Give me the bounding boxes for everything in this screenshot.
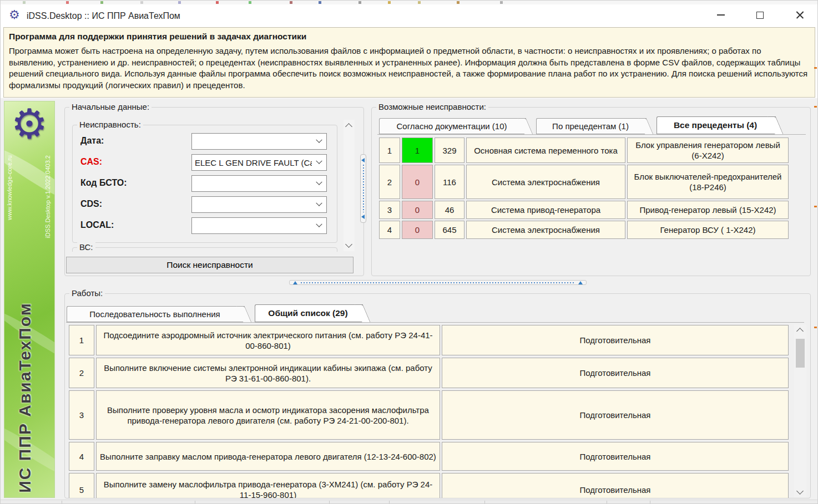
cell-code[interactable]: 116 [435,165,464,199]
maximize-button[interactable] [750,7,769,23]
scroll-up-icon[interactable] [796,328,804,335]
fault-search-button[interactable]: Поиск неисправности [66,257,354,273]
work-text[interactable]: Выполните включение системы электронной … [96,358,440,388]
bsto-combobox[interactable] [191,175,327,192]
cds-combobox[interactable] [191,196,327,213]
work-type[interactable]: Подготовительная [442,390,789,440]
chevron-down-icon[interactable] [312,202,326,207]
cell-score[interactable]: 1 [402,138,433,163]
works-group-label: Работы: [69,288,105,298]
desktop-peek-strip-bottom [1,500,818,504]
chevron-down-icon[interactable] [312,139,326,144]
splitter-dots [301,282,575,283]
work-num[interactable]: 3 [69,390,94,440]
work-type[interactable]: Подготовительная [442,442,789,471]
cell-system[interactable]: Система привод-генератора [466,201,625,219]
work-type[interactable]: Подготовительная [442,325,789,355]
cell-unit[interactable]: Привод-генератор левый (15-X242) [627,201,789,219]
cell-code[interactable]: 46 [435,201,464,219]
local-label: LOCAL: [80,220,114,230]
date-label: Дата: [80,136,104,146]
cell-num[interactable]: 4 [379,221,400,239]
cas-value: ELEC L GEN DRIVE FAULT (Ca [192,158,312,167]
tab-panel-border [377,134,806,135]
cell-system[interactable]: Основная система переменного тока [466,138,625,163]
scroll-up-icon[interactable] [345,123,352,130]
collapse-left-icon[interactable] [361,215,365,219]
cell-score[interactable]: 0 [402,201,433,219]
cell-code[interactable]: 329 [435,138,464,163]
maximize-icon [756,12,764,19]
work-type[interactable]: Подготовительная [442,473,789,498]
splitter-dots [363,165,364,212]
cell-code[interactable]: 645 [435,221,464,239]
app-window: ⚙ iDSS.Desktop :: ИС ППР АвиаТехПом Прог… [0,0,818,504]
sidebar-website: www.knowledge-core.ru [6,155,13,220]
tab-docs[interactable]: Согласно документации (10) [379,118,533,134]
main-area: ⚙ www.knowledge-core.ru iDSS.Desktop v.1… [1,98,818,500]
tab-by-precedents[interactable]: По прецедентам (1) [536,118,654,134]
cell-system[interactable]: Система электроснабжения [466,221,625,239]
initial-data-group-label: Начальные данные: [69,102,152,111]
sidebar-brand-panel: ⚙ www.knowledge-core.ru iDSS.Desktop v.1… [4,101,55,498]
scrollbar-thumb[interactable] [796,339,805,368]
work-text[interactable]: Выполните замену маслофильтра привода-ге… [96,473,440,498]
horizontal-splitter[interactable] [289,280,587,285]
field-row-bsto: Код БСТО: [77,175,334,192]
work-type[interactable]: Подготовительная [442,358,789,388]
collapse-left-icon[interactable] [361,158,365,162]
bc-group-label: ВС: [77,242,95,252]
cell-score[interactable]: 0 [402,165,433,199]
tab-panel-border [66,322,804,323]
chevron-down-icon[interactable] [312,181,326,186]
minimize-button[interactable] [711,7,730,23]
desktop-peek-strip-top [1,1,818,4]
vertical-splitter[interactable] [360,154,366,223]
cell-num[interactable]: 2 [379,165,400,199]
tab-full-list[interactable]: Общий список (29) [255,304,370,322]
cell-unit[interactable]: Генератор ВСУ ( 1-X242) [627,221,789,239]
cell-system[interactable]: Система электроснабжения [466,165,625,199]
cell-unit[interactable]: Блок выключателей-предохранителей (18-P2… [627,165,789,199]
collapse-up-icon[interactable] [293,281,297,284]
close-button[interactable] [790,7,809,23]
desktop-peek-strip-right [814,27,817,449]
app-gear-icon: ⚙ [9,9,20,21]
local-combobox[interactable] [191,217,327,234]
works-table: 1 Подсоедините аэродромный источник элек… [68,324,798,498]
cell-unit[interactable]: Блок управления генератором левый (6-X24… [627,138,789,163]
work-text[interactable]: Выполните заправку маслом привода-генера… [96,442,440,471]
faults-tabs: Согласно документации (10) По прецедента… [379,118,783,134]
cell-num[interactable]: 3 [379,201,400,219]
works-tabs: Последовательность выполнения Общий спис… [67,306,370,322]
tab-label: По прецедентам (1) [541,118,640,134]
work-num[interactable]: 1 [69,325,94,355]
chevron-down-icon[interactable] [312,223,326,228]
works-scrollbar[interactable] [794,324,806,498]
work-num[interactable]: 5 [69,473,94,498]
cell-score[interactable]: 0 [402,221,433,239]
work-num[interactable]: 2 [69,358,94,388]
sidebar-version: iDSS.Desktop v.1.2022.0403.2 [44,155,51,238]
cas-combobox[interactable]: ELEC L GEN DRIVE FAULT (Ca [191,154,327,171]
tab-label: Согласно документации (10) [383,118,520,134]
chevron-down-icon[interactable] [312,160,326,165]
fault-group: Неисправность: Дата: CAS: ELEC L GEN DRI… [72,125,337,243]
cas-label: CAS: [80,157,102,167]
scroll-down-icon[interactable] [796,487,804,495]
scroll-down-icon[interactable] [345,241,352,248]
work-text[interactable]: Выполните проверку уровня масла и осмотр… [96,390,440,440]
window-title: iDSS.Desktop :: ИС ППР АвиаТехПом [27,11,180,21]
form-scrollbar[interactable] [344,120,355,251]
collapse-up-icon[interactable] [578,281,583,284]
field-row-cds: CDS: [77,196,334,213]
close-icon [796,11,804,19]
date-combobox[interactable] [191,133,327,150]
cell-num[interactable]: 1 [379,138,400,163]
tab-all-precedents[interactable]: Все прецеденты (4) [657,116,783,134]
work-text[interactable]: Подсоедините аэродромный источник электр… [96,325,440,355]
tab-execution-sequence[interactable]: Последовательность выполнения [67,306,252,322]
window-titlebar: ⚙ iDSS.Desktop :: ИС ППР АвиаТехПом [1,4,818,27]
work-num[interactable]: 4 [69,442,94,471]
fault-group-label: Неисправность: [77,120,143,129]
